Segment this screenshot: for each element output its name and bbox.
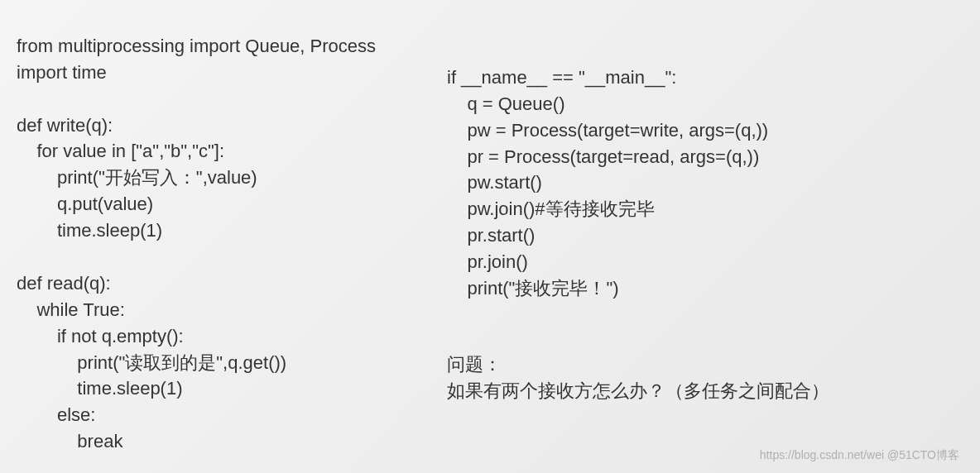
code-line: if __name__ == "__main__": bbox=[447, 67, 676, 88]
slide-container: from multiprocessing import Queue, Proce… bbox=[0, 0, 980, 473]
code-line: print("读取到的是",q.get()) bbox=[17, 352, 286, 373]
code-line: import time bbox=[17, 62, 107, 83]
right-code-column: if __name__ == "__main__": q = Queue() p… bbox=[447, 7, 963, 466]
code-line: pw.start() bbox=[447, 172, 542, 193]
left-code-column: from multiprocessing import Queue, Proce… bbox=[17, 7, 447, 466]
code-line: print("开始写入：",value) bbox=[17, 167, 257, 188]
code-line: pr = Process(target=read, args=(q,)) bbox=[447, 146, 759, 167]
question-body: 如果有两个接收方怎么办？（多任务之间配合） bbox=[447, 380, 829, 401]
code-line: pw = Process(target=write, args=(q,)) bbox=[447, 120, 768, 141]
code-line: if not q.empty(): bbox=[17, 326, 184, 346]
code-line: print("接收完毕！") bbox=[447, 278, 619, 299]
code-line: time.sleep(1) bbox=[17, 378, 183, 399]
question-block: 问题： 如果有两个接收方怎么办？（多任务之间配合） bbox=[447, 351, 963, 404]
code-line: def write(q): bbox=[17, 115, 113, 136]
code-line: pr.join() bbox=[447, 251, 528, 272]
code-line: from multiprocessing import Queue, Proce… bbox=[17, 36, 376, 56]
code-line: q = Queue() bbox=[447, 93, 564, 114]
code-line: while True: bbox=[17, 299, 125, 320]
code-line: time.sleep(1) bbox=[17, 220, 162, 241]
code-line: def read(q): bbox=[17, 273, 111, 294]
code-line: q.put(value) bbox=[17, 194, 153, 214]
code-line: else: bbox=[17, 404, 95, 425]
code-line: pr.start() bbox=[447, 225, 535, 246]
question-title: 问题： bbox=[447, 354, 502, 375]
code-line: for value in ["a","b","c"]: bbox=[17, 141, 224, 161]
watermark-text: https://blog.csdn.net/wei @51CTO博客 bbox=[760, 448, 959, 463]
code-line: pw.join()#等待接收完毕 bbox=[447, 198, 655, 219]
code-line: break bbox=[17, 431, 122, 452]
